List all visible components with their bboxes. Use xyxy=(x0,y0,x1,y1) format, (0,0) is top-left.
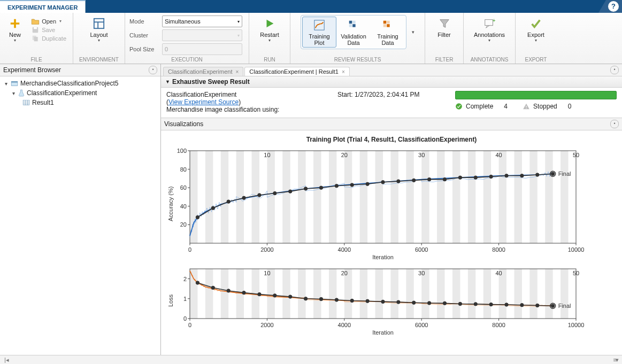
svg-rect-37 xyxy=(329,151,336,243)
close-icon[interactable]: × xyxy=(235,69,239,75)
svg-rect-121 xyxy=(375,269,383,319)
app-tab[interactable]: EXPERIMENT MANAGER xyxy=(0,0,86,13)
svg-point-159 xyxy=(196,281,199,284)
table-icon xyxy=(22,99,30,106)
start-time: Start: 1/27/2023, 2:04:41 PM xyxy=(337,91,444,98)
svg-point-161 xyxy=(227,289,230,292)
svg-text:Final: Final xyxy=(558,171,571,177)
status-stopped-label: Stopped xyxy=(533,103,557,110)
svg-rect-26 xyxy=(526,106,526,107)
svg-rect-15 xyxy=(387,24,390,27)
help-icon[interactable]: ? xyxy=(608,1,619,12)
svg-rect-115 xyxy=(282,269,290,319)
restart-button[interactable]: Restart ▾ xyxy=(255,15,284,44)
svg-point-95 xyxy=(397,180,400,183)
svg-rect-52 xyxy=(560,151,568,243)
new-button[interactable]: New ▾ xyxy=(4,15,26,44)
svg-text:10000: 10000 xyxy=(568,246,585,253)
svg-rect-1 xyxy=(34,27,37,29)
svg-text:10: 10 xyxy=(264,152,270,158)
svg-text:2000: 2000 xyxy=(260,322,273,328)
svg-point-104 xyxy=(536,173,539,176)
group-filter-label: FILTER xyxy=(429,56,459,64)
cluster-label: Cluster xyxy=(129,32,159,38)
svg-text:2: 2 xyxy=(183,276,187,282)
tabs-menu-icon[interactable]: • xyxy=(610,66,619,74)
svg-rect-29 xyxy=(205,151,213,243)
training-plot-button[interactable]: Training Plot xyxy=(302,17,336,48)
svg-rect-39 xyxy=(360,151,367,243)
group-export-label: EXPORT xyxy=(520,56,552,64)
svg-rect-9 xyxy=(352,21,356,24)
svg-rect-51 xyxy=(545,151,552,243)
confusion-matrix-icon xyxy=(347,18,360,32)
svg-point-181 xyxy=(536,304,539,307)
svg-point-90 xyxy=(319,186,322,189)
status-complete-label: Complete xyxy=(466,103,493,110)
group-review-label: REVIEW RESULTS xyxy=(295,56,420,64)
svg-rect-35 xyxy=(298,151,305,243)
svg-rect-42 xyxy=(406,151,413,243)
tree-result[interactable]: Result1 xyxy=(1,98,159,107)
result-section-header[interactable]: ▼ Exhaustive Sweep Result xyxy=(161,76,622,88)
cluster-dropdown: ▾ xyxy=(162,29,242,41)
save-icon xyxy=(31,26,40,34)
layout-button[interactable]: Layout ▾ xyxy=(82,15,116,44)
svg-rect-11 xyxy=(352,24,356,27)
status-right-icon[interactable]: ≡▾ xyxy=(613,357,618,363)
chevron-down-icon: ▼ xyxy=(165,79,170,84)
check-circle-icon xyxy=(455,103,463,110)
view-source-link[interactable]: View Experiment Source xyxy=(168,98,239,106)
svg-rect-20 xyxy=(23,100,29,105)
filter-button[interactable]: Filter xyxy=(432,15,457,40)
svg-text:100: 100 xyxy=(177,148,187,154)
svg-point-93 xyxy=(366,182,369,185)
svg-rect-120 xyxy=(360,269,367,319)
svg-point-82 xyxy=(196,215,199,219)
svg-rect-10 xyxy=(349,24,352,27)
warning-icon xyxy=(523,103,530,110)
project-icon xyxy=(11,80,18,87)
tree-project[interactable]: ▾ MerchandiseClassificationProject5 xyxy=(1,79,159,88)
validation-data-button[interactable]: Validation Data xyxy=(336,17,371,48)
annotations-button[interactable]: + Annotations ▾ xyxy=(470,15,509,44)
close-icon[interactable]: × xyxy=(342,69,345,75)
svg-rect-133 xyxy=(560,269,568,319)
svg-rect-28 xyxy=(190,151,197,243)
toolstrip: New ▾ Open▾ Save xyxy=(0,13,622,64)
open-button[interactable]: Open▾ xyxy=(31,17,62,26)
training-data-button[interactable]: Training Data xyxy=(371,17,405,48)
svg-rect-8 xyxy=(349,21,352,24)
svg-rect-48 xyxy=(499,151,506,243)
tab-result[interactable]: ClassificationExperiment | Result1× xyxy=(244,67,350,76)
svg-text:8000: 8000 xyxy=(492,322,505,328)
panel-menu-icon[interactable]: • xyxy=(610,120,619,128)
svg-point-170 xyxy=(366,299,369,303)
experiment-desc: Merchandise image classification using: xyxy=(166,106,327,113)
svg-text:4000: 4000 xyxy=(338,246,351,253)
svg-rect-30 xyxy=(221,151,228,243)
title-bar: EXPERIMENT MANAGER ? xyxy=(0,0,622,13)
svg-text:10000: 10000 xyxy=(568,322,585,328)
panel-menu-icon[interactable]: • xyxy=(149,66,157,74)
svg-rect-111 xyxy=(221,269,228,319)
svg-rect-34 xyxy=(282,151,290,243)
status-left-icon[interactable]: |◂ xyxy=(4,357,9,363)
folder-open-icon xyxy=(31,18,40,25)
svg-text:2000: 2000 xyxy=(260,246,273,253)
poolsize-label: Pool Size xyxy=(129,46,159,52)
status-bar: |◂ ≡▾ xyxy=(0,355,622,364)
mode-label: Mode xyxy=(129,18,159,25)
svg-point-180 xyxy=(520,304,524,307)
svg-text:30: 30 xyxy=(418,152,425,158)
svg-point-88 xyxy=(289,190,292,193)
svg-text:4000: 4000 xyxy=(338,322,351,328)
mode-dropdown[interactable]: Simultaneous▾ xyxy=(162,16,242,27)
export-button[interactable]: Export ▾ xyxy=(522,15,550,44)
svg-text:20: 20 xyxy=(341,270,348,276)
svg-point-168 xyxy=(335,298,338,301)
tab-experiment[interactable]: ClassificationExperiment× xyxy=(163,67,243,76)
tree-experiment[interactable]: ▾ ClassificationExperiment xyxy=(1,88,159,98)
svg-point-160 xyxy=(211,286,214,289)
svg-rect-14 xyxy=(383,24,387,27)
